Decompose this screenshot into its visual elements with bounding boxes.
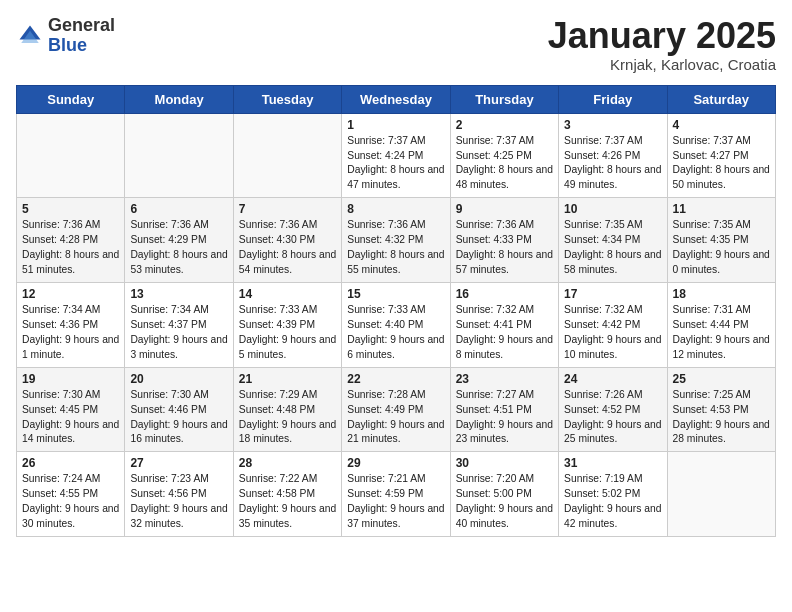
- logo-blue-text: Blue: [48, 35, 87, 55]
- calendar-cell: 27Sunrise: 7:23 AMSunset: 4:56 PMDayligh…: [125, 452, 233, 537]
- logo: General Blue: [16, 16, 115, 56]
- day-info: Sunrise: 7:37 AMSunset: 4:25 PMDaylight:…: [456, 134, 553, 194]
- calendar-cell: [125, 113, 233, 198]
- calendar-cell: [233, 113, 341, 198]
- calendar-cell: 25Sunrise: 7:25 AMSunset: 4:53 PMDayligh…: [667, 367, 775, 452]
- day-number: 30: [456, 456, 553, 470]
- day-number: 22: [347, 372, 444, 386]
- calendar-cell: 10Sunrise: 7:35 AMSunset: 4:34 PMDayligh…: [559, 198, 667, 283]
- calendar-cell: 19Sunrise: 7:30 AMSunset: 4:45 PMDayligh…: [17, 367, 125, 452]
- day-number: 31: [564, 456, 661, 470]
- logo-general-text: General: [48, 15, 115, 35]
- location-subtitle: Krnjak, Karlovac, Croatia: [548, 56, 776, 73]
- day-number: 27: [130, 456, 227, 470]
- weekday-header-saturday: Saturday: [667, 85, 775, 113]
- weekday-header-row: SundayMondayTuesdayWednesdayThursdayFrid…: [17, 85, 776, 113]
- day-number: 25: [673, 372, 770, 386]
- day-info: Sunrise: 7:20 AMSunset: 5:00 PMDaylight:…: [456, 472, 553, 532]
- calendar-cell: 18Sunrise: 7:31 AMSunset: 4:44 PMDayligh…: [667, 282, 775, 367]
- day-number: 14: [239, 287, 336, 301]
- calendar-cell: 22Sunrise: 7:28 AMSunset: 4:49 PMDayligh…: [342, 367, 450, 452]
- calendar-cell: 28Sunrise: 7:22 AMSunset: 4:58 PMDayligh…: [233, 452, 341, 537]
- weekday-header-thursday: Thursday: [450, 85, 558, 113]
- logo-icon: [16, 22, 44, 50]
- day-number: 1: [347, 118, 444, 132]
- calendar-week-row: 12Sunrise: 7:34 AMSunset: 4:36 PMDayligh…: [17, 282, 776, 367]
- day-info: Sunrise: 7:36 AMSunset: 4:33 PMDaylight:…: [456, 218, 553, 278]
- calendar-cell: 9Sunrise: 7:36 AMSunset: 4:33 PMDaylight…: [450, 198, 558, 283]
- day-number: 6: [130, 202, 227, 216]
- day-number: 12: [22, 287, 119, 301]
- day-info: Sunrise: 7:23 AMSunset: 4:56 PMDaylight:…: [130, 472, 227, 532]
- day-number: 23: [456, 372, 553, 386]
- day-number: 16: [456, 287, 553, 301]
- day-info: Sunrise: 7:27 AMSunset: 4:51 PMDaylight:…: [456, 388, 553, 448]
- calendar-cell: 11Sunrise: 7:35 AMSunset: 4:35 PMDayligh…: [667, 198, 775, 283]
- day-number: 5: [22, 202, 119, 216]
- day-number: 2: [456, 118, 553, 132]
- day-number: 15: [347, 287, 444, 301]
- day-info: Sunrise: 7:33 AMSunset: 4:39 PMDaylight:…: [239, 303, 336, 363]
- calendar-week-row: 5Sunrise: 7:36 AMSunset: 4:28 PMDaylight…: [17, 198, 776, 283]
- calendar-cell: 26Sunrise: 7:24 AMSunset: 4:55 PMDayligh…: [17, 452, 125, 537]
- weekday-header-sunday: Sunday: [17, 85, 125, 113]
- day-info: Sunrise: 7:36 AMSunset: 4:29 PMDaylight:…: [130, 218, 227, 278]
- day-info: Sunrise: 7:30 AMSunset: 4:46 PMDaylight:…: [130, 388, 227, 448]
- day-info: Sunrise: 7:19 AMSunset: 5:02 PMDaylight:…: [564, 472, 661, 532]
- day-info: Sunrise: 7:28 AMSunset: 4:49 PMDaylight:…: [347, 388, 444, 448]
- calendar-cell: 21Sunrise: 7:29 AMSunset: 4:48 PMDayligh…: [233, 367, 341, 452]
- calendar-cell: 16Sunrise: 7:32 AMSunset: 4:41 PMDayligh…: [450, 282, 558, 367]
- calendar-cell: 31Sunrise: 7:19 AMSunset: 5:02 PMDayligh…: [559, 452, 667, 537]
- calendar-cell: [17, 113, 125, 198]
- day-info: Sunrise: 7:35 AMSunset: 4:34 PMDaylight:…: [564, 218, 661, 278]
- calendar-cell: 7Sunrise: 7:36 AMSunset: 4:30 PMDaylight…: [233, 198, 341, 283]
- day-info: Sunrise: 7:30 AMSunset: 4:45 PMDaylight:…: [22, 388, 119, 448]
- day-info: Sunrise: 7:36 AMSunset: 4:28 PMDaylight:…: [22, 218, 119, 278]
- day-info: Sunrise: 7:32 AMSunset: 4:41 PMDaylight:…: [456, 303, 553, 363]
- calendar-cell: 30Sunrise: 7:20 AMSunset: 5:00 PMDayligh…: [450, 452, 558, 537]
- day-number: 29: [347, 456, 444, 470]
- day-info: Sunrise: 7:24 AMSunset: 4:55 PMDaylight:…: [22, 472, 119, 532]
- calendar-cell: 14Sunrise: 7:33 AMSunset: 4:39 PMDayligh…: [233, 282, 341, 367]
- day-info: Sunrise: 7:34 AMSunset: 4:37 PMDaylight:…: [130, 303, 227, 363]
- day-info: Sunrise: 7:32 AMSunset: 4:42 PMDaylight:…: [564, 303, 661, 363]
- calendar-cell: 20Sunrise: 7:30 AMSunset: 4:46 PMDayligh…: [125, 367, 233, 452]
- day-info: Sunrise: 7:37 AMSunset: 4:24 PMDaylight:…: [347, 134, 444, 194]
- day-info: Sunrise: 7:22 AMSunset: 4:58 PMDaylight:…: [239, 472, 336, 532]
- calendar-cell: 5Sunrise: 7:36 AMSunset: 4:28 PMDaylight…: [17, 198, 125, 283]
- calendar-cell: 13Sunrise: 7:34 AMSunset: 4:37 PMDayligh…: [125, 282, 233, 367]
- day-info: Sunrise: 7:31 AMSunset: 4:44 PMDaylight:…: [673, 303, 770, 363]
- day-number: 18: [673, 287, 770, 301]
- calendar-cell: 2Sunrise: 7:37 AMSunset: 4:25 PMDaylight…: [450, 113, 558, 198]
- calendar-cell: 15Sunrise: 7:33 AMSunset: 4:40 PMDayligh…: [342, 282, 450, 367]
- day-number: 24: [564, 372, 661, 386]
- day-info: Sunrise: 7:33 AMSunset: 4:40 PMDaylight:…: [347, 303, 444, 363]
- day-info: Sunrise: 7:35 AMSunset: 4:35 PMDaylight:…: [673, 218, 770, 278]
- calendar-cell: 1Sunrise: 7:37 AMSunset: 4:24 PMDaylight…: [342, 113, 450, 198]
- calendar-week-row: 1Sunrise: 7:37 AMSunset: 4:24 PMDaylight…: [17, 113, 776, 198]
- day-number: 28: [239, 456, 336, 470]
- calendar-week-row: 26Sunrise: 7:24 AMSunset: 4:55 PMDayligh…: [17, 452, 776, 537]
- calendar-cell: 4Sunrise: 7:37 AMSunset: 4:27 PMDaylight…: [667, 113, 775, 198]
- title-block: January 2025 Krnjak, Karlovac, Croatia: [548, 16, 776, 73]
- calendar-cell: 23Sunrise: 7:27 AMSunset: 4:51 PMDayligh…: [450, 367, 558, 452]
- day-number: 20: [130, 372, 227, 386]
- calendar-cell: 8Sunrise: 7:36 AMSunset: 4:32 PMDaylight…: [342, 198, 450, 283]
- day-number: 4: [673, 118, 770, 132]
- day-number: 3: [564, 118, 661, 132]
- calendar-cell: 24Sunrise: 7:26 AMSunset: 4:52 PMDayligh…: [559, 367, 667, 452]
- day-number: 10: [564, 202, 661, 216]
- calendar-cell: 6Sunrise: 7:36 AMSunset: 4:29 PMDaylight…: [125, 198, 233, 283]
- calendar-cell: 17Sunrise: 7:32 AMSunset: 4:42 PMDayligh…: [559, 282, 667, 367]
- calendar-cell: 12Sunrise: 7:34 AMSunset: 4:36 PMDayligh…: [17, 282, 125, 367]
- day-number: 7: [239, 202, 336, 216]
- day-info: Sunrise: 7:29 AMSunset: 4:48 PMDaylight:…: [239, 388, 336, 448]
- day-number: 26: [22, 456, 119, 470]
- calendar-cell: [667, 452, 775, 537]
- day-number: 19: [22, 372, 119, 386]
- day-number: 9: [456, 202, 553, 216]
- calendar-week-row: 19Sunrise: 7:30 AMSunset: 4:45 PMDayligh…: [17, 367, 776, 452]
- day-info: Sunrise: 7:26 AMSunset: 4:52 PMDaylight:…: [564, 388, 661, 448]
- day-info: Sunrise: 7:36 AMSunset: 4:30 PMDaylight:…: [239, 218, 336, 278]
- day-info: Sunrise: 7:37 AMSunset: 4:26 PMDaylight:…: [564, 134, 661, 194]
